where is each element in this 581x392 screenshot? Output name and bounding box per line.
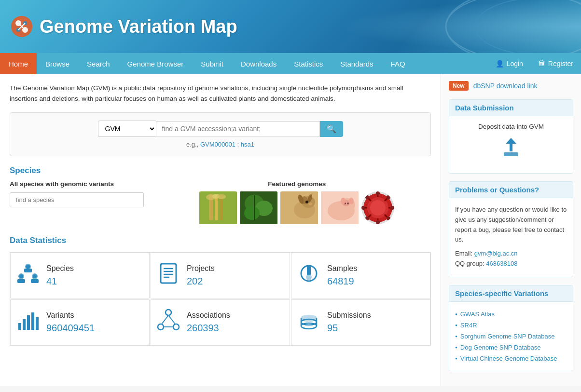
virtual-chinese-link[interactable]: Virtual Chinese Genome Database — [460, 355, 557, 362]
svg-point-20 — [244, 206, 260, 220]
problems-text: If you have any question or would like t… — [455, 205, 567, 245]
featured-genomes: Featured genomes — [163, 180, 431, 224]
variants-info: Variants 960409451 — [46, 311, 143, 334]
svg-point-61 — [19, 274, 23, 278]
login-label: Login — [507, 60, 523, 68]
projects-info: Projects 202 — [187, 264, 284, 287]
main-nav: Home Browse Search Genome Browser Submit… — [0, 53, 581, 74]
list-item: Sorghum Genome SNP Database — [455, 331, 567, 342]
nav-submit[interactable]: Submit — [192, 53, 232, 74]
stat-associations: Associations 260393 — [151, 299, 290, 345]
submissions-name: Submissions — [327, 311, 424, 320]
qq-row: QQ group: 468638108 — [455, 260, 567, 267]
search-input[interactable] — [156, 121, 320, 136]
nav-statistics[interactable]: Statistics — [285, 53, 332, 74]
nav-downloads[interactable]: Downloads — [232, 53, 285, 74]
species-info: Species 41 — [46, 264, 143, 287]
variants-icon — [16, 309, 40, 336]
main-layout: The Genome Variation Map (GVM) is a publ… — [0, 74, 581, 386]
example-label: e.g., — [186, 141, 198, 148]
stat-submissions: Submissions 95 — [291, 299, 430, 345]
header-logo: Genome Variation Map — [10, 14, 237, 39]
svg-point-54 — [387, 216, 390, 220]
qq-label: QQ group: — [455, 260, 484, 267]
list-item: SR4R — [455, 320, 567, 331]
nav-search[interactable]: Search — [78, 53, 119, 74]
all-species-label: All species with genomic variants — [10, 180, 144, 188]
nav-standards[interactable]: Standards — [332, 53, 382, 74]
intro-text: The Genome Variation Map (GVM) is a publ… — [10, 83, 431, 104]
stat-species: Species 41 — [10, 253, 150, 298]
find-species-input[interactable] — [10, 192, 144, 207]
svg-rect-63 — [17, 279, 25, 283]
svg-point-37 — [349, 198, 354, 204]
svg-rect-74 — [18, 323, 21, 330]
data-submission-header: Data Submission — [449, 100, 573, 116]
login-button[interactable]: 👤 Login — [488, 53, 531, 74]
sorghum-snp-link[interactable]: Sorghum Genome SNP Database — [460, 333, 555, 340]
genome-pig[interactable] — [321, 191, 359, 224]
nav-genome-browser[interactable]: Genome Browser — [119, 53, 193, 74]
svg-point-80 — [158, 324, 164, 330]
search-box: GVM Gene SNP 🔍 e.g., GVM000001 ; hsa1 — [10, 112, 431, 156]
email-link[interactable]: gvm@big.ac.cn — [474, 250, 518, 257]
svg-rect-72 — [307, 266, 311, 275]
svg-point-81 — [173, 324, 179, 330]
example-link-1[interactable]: GVM000001 — [200, 141, 235, 148]
example-link-2[interactable]: hsa1 — [241, 141, 254, 148]
search-type-select[interactable]: GVM Gene SNP — [98, 121, 156, 137]
species-icon — [16, 262, 40, 289]
header-title: Genome Variation Map — [40, 16, 237, 37]
genome-soy[interactable] — [240, 191, 277, 224]
submissions-icon — [297, 309, 320, 336]
species-var-list: GWAS Atlas SR4R Sorghum Genome SNP Datab… — [455, 309, 567, 364]
sidebar: New dbSNP download link Data Submission … — [441, 74, 581, 386]
svg-rect-76 — [27, 315, 30, 330]
nav-faq[interactable]: FAQ — [382, 53, 414, 74]
associations-name: Associations — [187, 311, 284, 320]
stats-grid: Species 41 Projects 202 — [10, 252, 431, 346]
dbsnp-link[interactable]: dbSNP download link — [473, 82, 538, 90]
svg-point-52 — [390, 206, 394, 210]
species-value: 41 — [46, 276, 143, 287]
genome-dog[interactable] — [280, 191, 318, 224]
genome-virus[interactable] — [361, 191, 394, 224]
projects-value: 202 — [187, 276, 284, 287]
list-item: Dog Genome SNP Database — [455, 342, 567, 353]
dog-snp-link[interactable]: Dog Genome SNP Database — [460, 344, 541, 351]
nav-home[interactable]: Home — [0, 53, 37, 74]
user-icon: 👤 — [496, 60, 504, 68]
svg-point-28 — [305, 201, 308, 203]
register-button[interactable]: 🏛 Register — [531, 53, 581, 74]
svg-point-79 — [166, 310, 171, 315]
variants-name: Variants — [46, 311, 143, 320]
email-label: Email: — [455, 250, 472, 257]
svg-point-29 — [308, 203, 312, 205]
data-submission-section: Data Submission Deposit data into GVM — [449, 99, 573, 174]
svg-point-56 — [365, 216, 369, 220]
search-row: GVM Gene SNP 🔍 — [20, 121, 421, 137]
svg-point-35 — [347, 203, 349, 204]
register-icon: 🏛 — [539, 60, 545, 68]
svg-point-53 — [365, 195, 369, 199]
stat-variants: Variants 960409451 — [10, 299, 150, 345]
svg-rect-66 — [161, 264, 176, 283]
new-badge: New — [449, 81, 469, 91]
email-row: Email: gvm@big.ac.cn — [455, 250, 567, 257]
stat-samples: Samples 64819 — [291, 253, 430, 298]
list-item: GWAS Atlas — [455, 309, 567, 320]
svg-point-60 — [26, 265, 30, 269]
qq-link[interactable]: 468638108 — [486, 260, 517, 267]
species-row: All species with genomic variants Featur… — [10, 180, 431, 224]
sr4r-link[interactable]: SR4R — [460, 322, 477, 329]
genome-rice[interactable] — [199, 191, 237, 224]
svg-point-51 — [361, 206, 365, 210]
upload-icon[interactable] — [455, 135, 567, 163]
example-sep: ; — [237, 141, 241, 148]
gwas-atlas-link[interactable]: GWAS Atlas — [460, 311, 495, 318]
search-button[interactable]: 🔍 — [320, 121, 343, 137]
dna-background — [340, 0, 581, 53]
svg-point-36 — [341, 198, 346, 204]
nav-browse[interactable]: Browse — [37, 53, 78, 74]
svg-point-9 — [446, 0, 581, 53]
